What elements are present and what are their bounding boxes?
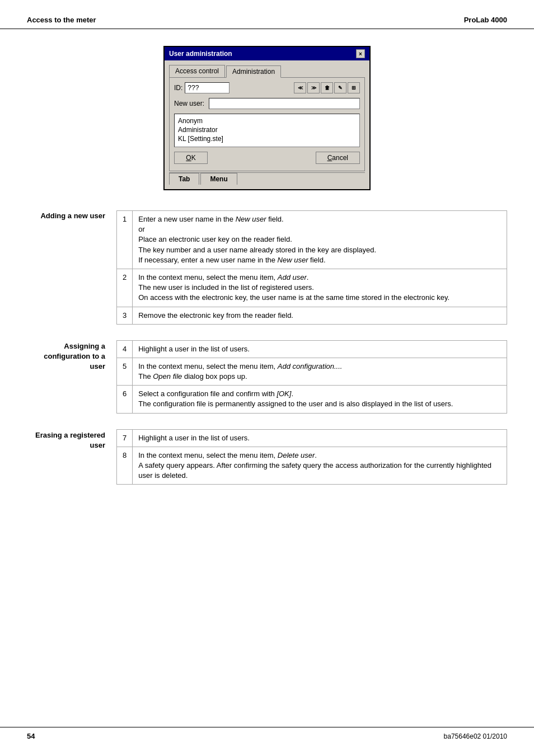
id-input[interactable]: [185, 82, 229, 93]
step-text: In the context menu, select the menu ite…: [133, 358, 507, 385]
dialog-panel: ID: ≪ ≫ 🗑 ✎ ⊞ New user:: [169, 78, 365, 171]
user-list-item: KL [Setting.ste]: [177, 134, 357, 143]
bottom-tab-tab[interactable]: Tab: [169, 173, 199, 185]
page-content: User administration × Access control Adm…: [0, 46, 534, 485]
tab-administration[interactable]: Administration: [226, 65, 281, 78]
user-list[interactable]: Anonym Administrator KL [Setting.ste]: [174, 114, 360, 147]
step-num: 5: [117, 358, 133, 385]
toolbar-btn-4[interactable]: ✎: [334, 82, 346, 93]
section-adding-new-user: Adding a new user 1 Enter a new user nam…: [27, 210, 507, 325]
toolbar-btn-1[interactable]: ≪: [294, 82, 306, 93]
user-list-item: Anonym: [177, 116, 357, 125]
dialog-close-button[interactable]: ×: [356, 49, 365, 58]
newuser-row: New user:: [174, 98, 360, 109]
step-text: Remove the electronic key from the reade…: [133, 307, 507, 324]
cancel-button[interactable]: Cancel: [316, 152, 360, 164]
section-erasing-user: Erasing a registereduser 7 Highlight a u…: [27, 429, 507, 485]
step-num: 6: [117, 386, 133, 413]
step-text: Select a configuration file and confirm …: [133, 386, 507, 413]
section-label-1: Adding a new user: [27, 210, 116, 220]
doc-info: ba75646e02 01/2010: [444, 732, 507, 740]
section-header-2: Assigning aconfiguration to a user 4 Hig…: [27, 340, 507, 414]
header-left: Access to the meter: [27, 16, 96, 24]
newuser-label: New user:: [174, 100, 204, 107]
id-label: ID:: [174, 84, 182, 92]
instruction-table-1: 1 Enter a new user name in the New user …: [116, 210, 507, 325]
toolbar-btn-5[interactable]: ⊞: [348, 82, 360, 93]
ok-button[interactable]: OK: [174, 152, 208, 164]
step-num: 8: [117, 447, 133, 485]
table-row: 6 Select a configuration file and confir…: [117, 386, 507, 413]
table-row: 8 In the context menu, select the menu i…: [117, 447, 507, 485]
newuser-input[interactable]: [209, 98, 360, 109]
dialog-container: User administration × Access control Adm…: [27, 46, 507, 190]
toolbar-btn-3[interactable]: 🗑: [321, 82, 333, 93]
header-right: ProLab 4000: [464, 16, 507, 24]
table-row: 5 In the context menu, select the menu i…: [117, 358, 507, 385]
table-row: 1 Enter a new user name in the New user …: [117, 211, 507, 269]
user-list-item: Administrator: [177, 125, 357, 134]
toolbar-btn-2[interactable]: ≫: [307, 82, 320, 93]
dialog-buttons: OK Cancel: [174, 152, 360, 164]
step-num: 4: [117, 340, 133, 358]
id-row: ID: ≪ ≫ 🗑 ✎ ⊞: [174, 82, 360, 93]
tab-access-control[interactable]: Access control: [169, 65, 225, 77]
step-text: Enter a new user name in the New user fi…: [133, 211, 507, 269]
dialog-tabs: Access control Administration: [169, 65, 365, 78]
dialog-box: User administration × Access control Adm…: [163, 46, 371, 190]
table-row: 3 Remove the electronic key from the rea…: [117, 307, 507, 324]
section-assigning-config: Assigning aconfiguration to a user 4 Hig…: [27, 340, 507, 414]
page-number: 54: [27, 732, 35, 740]
instruction-table-2: 4 Highlight a user in the list of users.…: [116, 340, 507, 414]
step-text: Highlight a user in the list of users.: [133, 429, 507, 447]
section-label-2: Assigning aconfiguration to a user: [27, 340, 116, 372]
step-text: Highlight a user in the list of users.: [133, 340, 507, 358]
step-num: 3: [117, 307, 133, 324]
step-num: 7: [117, 429, 133, 447]
dialog-body: Access control Administration ID: ≪ ≫: [165, 60, 369, 189]
section-label-3: Erasing a registereduser: [27, 429, 116, 450]
toolbar: ≪ ≫ 🗑 ✎ ⊞: [294, 82, 360, 93]
section-header-1: Adding a new user 1 Enter a new user nam…: [27, 210, 507, 325]
instruction-table-3: 7 Highlight a user in the list of users.…: [116, 429, 507, 485]
step-num: 2: [117, 269, 133, 307]
step-num: 1: [117, 211, 133, 269]
table-row: 7 Highlight a user in the list of users.: [117, 429, 507, 447]
section-header-3: Erasing a registereduser 7 Highlight a u…: [27, 429, 507, 485]
dialog-bottom-bar: Tab Menu: [169, 172, 365, 185]
step-text: In the context menu, select the menu ite…: [133, 447, 507, 485]
dialog-title: User administration: [169, 50, 232, 58]
step-text: In the context menu, select the menu ite…: [133, 269, 507, 307]
table-row: 4 Highlight a user in the list of users.: [117, 340, 507, 358]
page-footer: 54 ba75646e02 01/2010: [0, 727, 534, 745]
table-row: 2 In the context menu, select the menu i…: [117, 269, 507, 307]
bottom-tab-menu[interactable]: Menu: [200, 173, 237, 185]
dialog-title-bar: User administration ×: [165, 47, 369, 60]
page-header: Access to the meter ProLab 4000: [0, 0, 534, 29]
